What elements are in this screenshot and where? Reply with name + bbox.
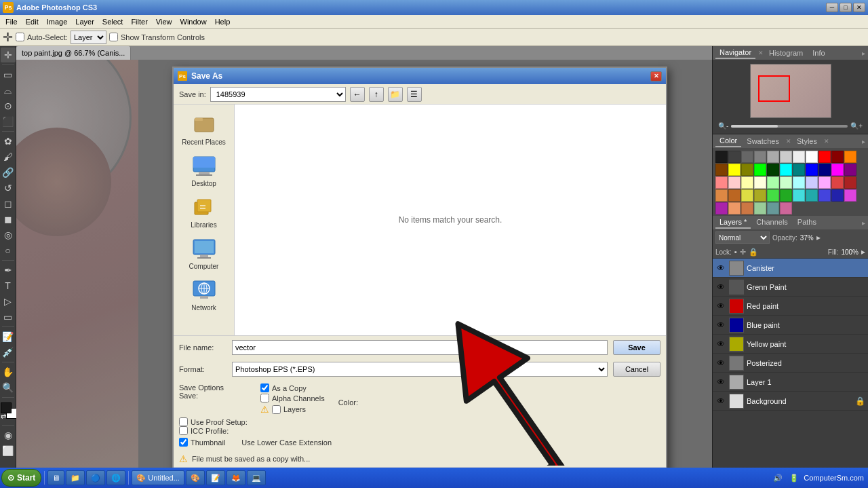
taskbar-item-1[interactable]: 🖥 <box>47 470 64 485</box>
layer-item-blue-paint[interactable]: 👁 Blue paint <box>713 316 868 335</box>
path-tool[interactable]: ▷ <box>1 294 16 309</box>
dodge-tool[interactable]: ○ <box>1 243 16 258</box>
menu-window[interactable]: Window <box>176 16 211 27</box>
swatch-cyan[interactable] <box>780 164 792 176</box>
pen-tool[interactable]: ✒ <box>1 263 16 278</box>
menu-image[interactable]: Image <box>43 16 72 27</box>
tab-histogram[interactable]: Histogram <box>765 48 807 58</box>
dialog-close-btn[interactable]: ✕ <box>650 71 662 81</box>
notes-tool[interactable]: 📝 <box>1 329 16 344</box>
swatch-pale-red[interactable] <box>728 176 741 189</box>
cancel-button[interactable]: Cancel <box>613 362 660 377</box>
swatch-medium-red[interactable] <box>831 176 844 189</box>
quick-select-tool[interactable]: ⊙ <box>1 98 16 113</box>
swatch-dark-orange[interactable] <box>715 189 728 202</box>
layer-visibility-posterized[interactable]: 👁 <box>715 358 726 369</box>
menu-select[interactable]: Select <box>98 16 127 27</box>
taskbar-item-explorer[interactable]: 💻 <box>247 470 266 485</box>
view-menu-btn[interactable]: ☰ <box>407 87 422 102</box>
swatch-violet[interactable] <box>844 189 856 202</box>
swatch-peach[interactable] <box>728 202 741 214</box>
swatch-medium-cyan[interactable] <box>793 189 805 202</box>
swap-colors-icon[interactable]: ⇄ <box>1 413 6 420</box>
swatch-rust[interactable] <box>728 189 741 202</box>
swatch-near-white[interactable] <box>793 151 805 163</box>
swatch-forest-green[interactable] <box>780 189 792 202</box>
alpha-channels-checkbox[interactable] <box>260 394 269 402</box>
menu-edit[interactable]: Edit <box>22 16 43 27</box>
swatch-dark-gray[interactable] <box>728 151 741 163</box>
swatch-sage[interactable] <box>754 202 766 214</box>
swatch-light-red[interactable] <box>715 176 728 189</box>
swatch-rose[interactable] <box>780 202 792 214</box>
swatch-dark-blue[interactable] <box>818 164 831 176</box>
swatch-magenta[interactable] <box>831 164 844 176</box>
tab-styles-close[interactable]: ✕ <box>824 138 829 145</box>
menu-file[interactable]: File <box>1 16 22 27</box>
layer-visibility-layer1[interactable]: 👁 <box>715 377 726 388</box>
history-tool[interactable]: ↺ <box>1 181 16 195</box>
layers-checkbox[interactable] <box>272 405 281 414</box>
tab-navigator-close[interactable]: ✕ <box>758 50 764 56</box>
swatch-sienna[interactable] <box>741 202 753 214</box>
canvas-tab-main[interactable]: top paint.jpg @ 66.7% (Canis... <box>16 46 131 60</box>
tab-navigator[interactable]: Navigator <box>715 47 755 59</box>
layer-item-grenn-paint[interactable]: 👁 Grenn Paint <box>713 278 868 297</box>
screen-mode-btn[interactable]: ⬜ <box>1 443 16 458</box>
blur-tool[interactable]: ◎ <box>1 227 16 242</box>
swatch-lighter-gray[interactable] <box>780 151 792 163</box>
swatch-teal[interactable] <box>793 164 805 176</box>
swatch-light-cyan[interactable] <box>793 176 805 189</box>
lasso-tool[interactable]: ⌓ <box>1 83 16 98</box>
swatch-dark-violet[interactable] <box>715 202 728 214</box>
opacity-expand-icon[interactable]: ▸ <box>816 233 821 242</box>
swatch-medium-yellow[interactable] <box>741 189 753 202</box>
eyedrop-tool[interactable]: 💉 <box>1 345 16 360</box>
taskbar-item-2[interactable]: 📁 <box>66 470 85 485</box>
start-button[interactable]: ⊙ Start <box>1 469 41 487</box>
swatch-light-magenta[interactable] <box>818 176 831 189</box>
hand-tool[interactable]: ✋ <box>1 364 16 379</box>
layer-visibility-background[interactable]: 👁 <box>715 396 726 407</box>
layer-visibility-yellow-paint[interactable]: 👁 <box>715 339 726 350</box>
tab-swatches[interactable]: Swatches <box>743 136 783 147</box>
icc-profile-checkbox[interactable] <box>179 426 188 435</box>
close-btn[interactable]: ✕ <box>853 3 865 12</box>
sidebar-recent-places[interactable]: Recent Places <box>174 110 234 149</box>
swatch-olive[interactable] <box>741 164 753 176</box>
swatch-gray[interactable] <box>741 151 753 163</box>
panel-expand-icon[interactable]: ▸ <box>862 50 865 57</box>
fill-expand-icon[interactable]: ▸ <box>861 247 865 257</box>
nav-up-btn[interactable]: ↑ <box>369 87 384 102</box>
layer-visibility-canister[interactable]: 👁 <box>715 263 726 274</box>
color-panel-expand-icon[interactable]: ▸ <box>862 138 865 145</box>
layer-visibility-grenn-paint[interactable]: 👁 <box>715 282 726 293</box>
lock-all-icon[interactable]: 🔒 <box>749 248 758 257</box>
show-transform-checkbox[interactable] <box>109 33 118 41</box>
swatch-medium-blue[interactable] <box>818 189 831 202</box>
layers-panel-menu-icon[interactable]: ▸ <box>862 219 865 227</box>
swatch-brown[interactable] <box>715 164 728 176</box>
layer-visibility-red-paint[interactable]: 👁 <box>715 301 726 312</box>
swatch-light-green[interactable] <box>767 176 779 189</box>
swatch-pale-blue[interactable] <box>806 176 818 189</box>
sidebar-libraries[interactable]: Libraries <box>174 193 234 231</box>
auto-select-checkbox[interactable] <box>16 33 24 41</box>
swatch-medium-green[interactable] <box>767 189 779 202</box>
create-folder-btn[interactable]: 📁 <box>388 87 403 102</box>
swatch-green[interactable] <box>754 164 766 176</box>
tab-styles[interactable]: Styles <box>793 136 821 147</box>
foreground-color[interactable] <box>1 402 12 413</box>
as-copy-checkbox[interactable] <box>260 383 269 392</box>
swatch-blue[interactable] <box>806 164 818 176</box>
save-in-dropdown[interactable]: 1485939 <box>210 87 346 102</box>
swatch-white[interactable] <box>806 151 818 163</box>
brush-tool[interactable]: 🖌 <box>1 149 16 164</box>
tab-channels[interactable]: Channels <box>752 217 791 229</box>
filename-input[interactable] <box>232 340 608 355</box>
menu-layer[interactable]: Layer <box>71 16 98 27</box>
swatch-pale-green[interactable] <box>780 176 792 189</box>
swatch-dark-yellow[interactable] <box>754 189 766 202</box>
layer-item-background[interactable]: 👁 Background 🔒 <box>713 392 868 411</box>
swatch-orange[interactable] <box>844 151 856 163</box>
